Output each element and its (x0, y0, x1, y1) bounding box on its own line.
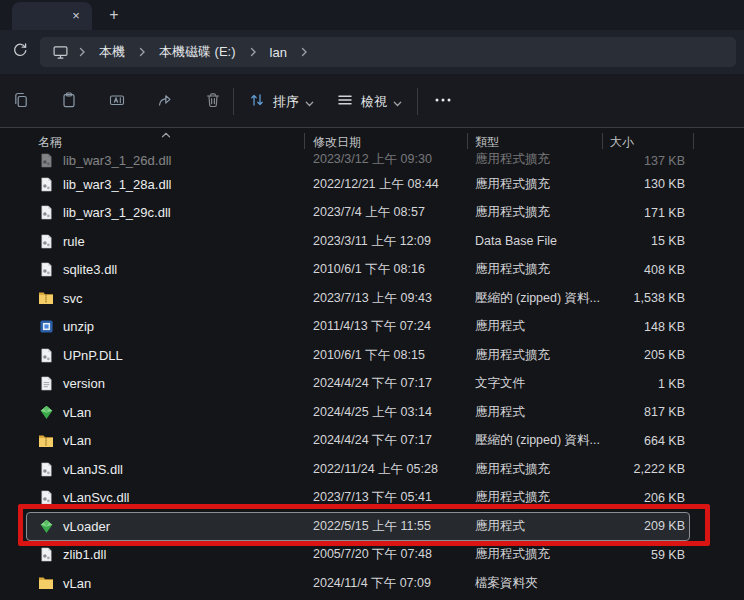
table-row[interactable]: rule 2023/3/11 上午 12:09 Data Base File 1… (0, 227, 744, 256)
file-name-cell: vLanSvc.dll (0, 490, 304, 506)
file-name-cell: vLan (0, 575, 304, 591)
table-row[interactable]: lib_war3_1_26d.dll 2023/3/12 上午 09:30 應用… (0, 152, 744, 170)
table-row[interactable]: vLanSvc.dll 2023/7/13 下午 05:41 應用程式擴充 20… (0, 484, 744, 513)
file-size: 206 KB (602, 491, 693, 505)
more-options-button[interactable] (430, 89, 456, 115)
table-row[interactable]: vLan 2024/4/25 上午 03:14 應用程式 817 KB (0, 398, 744, 427)
table-row[interactable]: version 2024/4/24 下午 07:17 文字文件 1 KB (0, 370, 744, 399)
table-row[interactable]: unzip 2011/4/13 下午 07:24 應用程式 148 KB (0, 313, 744, 342)
file-date-modified: 2022/12/21 上午 08:44 (304, 176, 467, 193)
column-divider[interactable] (693, 133, 694, 149)
table-row[interactable]: zlib1.dll 2005/7/20 下午 07:48 應用程式擴充 59 K… (0, 541, 744, 570)
table-row[interactable]: vLanJS.dll 2022/11/24 上午 05:28 應用程式擴充 2,… (0, 455, 744, 484)
breadcrumb-lan[interactable]: lan (264, 43, 293, 62)
column-divider[interactable] (304, 133, 305, 149)
file-name: UPnP.DLL (63, 348, 123, 363)
trash-icon (204, 91, 222, 113)
share-icon (156, 91, 174, 113)
file-type: 壓縮的 (zipped) 資料... (467, 432, 602, 449)
command-toolbar: 排序 檢視 (0, 74, 744, 128)
file-size: 59 KB (602, 548, 693, 562)
file-size: 664 KB (602, 434, 693, 448)
table-row[interactable]: UPnP.DLL 2010/6/1 下午 08:15 應用程式擴充 205 KB (0, 341, 744, 370)
file-type: 應用程式擴充 (467, 204, 602, 221)
file-name-cell: version (0, 376, 304, 392)
file-name-cell: vLan (0, 433, 304, 449)
sort-ascending-icon (161, 127, 171, 141)
dll-file-icon (38, 347, 54, 363)
file-name: vLanJS.dll (63, 462, 123, 477)
file-date-modified: 2023/7/13 下午 05:41 (304, 489, 467, 506)
file-name: vLan (63, 405, 91, 420)
table-row[interactable]: svc 2023/7/13 上午 09:43 壓縮的 (zipped) 資料..… (0, 284, 744, 313)
file-name: unzip (63, 319, 94, 334)
view-icon (336, 91, 354, 113)
file-name: lib_war3_1_26d.dll (63, 153, 171, 168)
table-row[interactable]: vLoader 2022/5/15 上午 11:55 應用程式 209 KB (0, 512, 744, 541)
file-name-cell: lib_war3_1_26d.dll (0, 152, 304, 170)
copy-button[interactable] (8, 89, 34, 115)
column-header-row: 名稱 修改日期 類型 大小 (0, 130, 744, 152)
file-type: 應用程式 (467, 518, 602, 535)
column-header-type[interactable]: 類型 (475, 134, 499, 151)
file-type: 應用程式擴充 (467, 546, 602, 563)
zip-file-icon (38, 290, 54, 306)
delete-button[interactable] (200, 89, 226, 115)
explorer-tab[interactable]: × (12, 2, 92, 30)
this-pc-icon (52, 44, 69, 60)
file-type: Data Base File (467, 234, 602, 248)
chevron-right-icon (138, 47, 146, 57)
table-row[interactable]: sqlite3.dll 2010/6/1 下午 08:16 應用程式擴充 408… (0, 256, 744, 285)
file-type: 應用程式擴充 (467, 261, 602, 278)
rename-button[interactable] (104, 89, 130, 115)
tab-bar: × + (0, 0, 744, 30)
file-type: 應用程式擴充 (467, 176, 602, 193)
file-date-modified: 2023/3/11 上午 12:09 (304, 233, 467, 250)
share-button[interactable] (152, 89, 178, 115)
file-name: zlib1.dll (63, 547, 106, 562)
view-button[interactable]: 檢視 (336, 89, 402, 115)
breadcrumb-drive-e[interactable]: 本機磁碟 (E:) (153, 41, 242, 63)
sort-button[interactable]: 排序 (248, 89, 314, 115)
file-type: 文字文件 (467, 375, 602, 392)
file-size: 817 KB (602, 405, 693, 419)
column-header-date[interactable]: 修改日期 (313, 134, 361, 151)
file-date-modified: 2022/5/15 上午 11:55 (304, 518, 467, 535)
file-name-cell: vLanJS.dll (0, 461, 304, 477)
address-field[interactable]: 本機 本機磁碟 (E:) lan (40, 37, 736, 67)
column-header-size[interactable]: 大小 (610, 134, 634, 151)
file-date-modified: 2024/4/24 下午 07:17 (304, 375, 467, 392)
column-divider[interactable] (602, 133, 603, 149)
breadcrumb-this-pc[interactable]: 本機 (93, 41, 131, 63)
file-name: vLoader (63, 519, 110, 534)
file-name: vLanSvc.dll (63, 490, 129, 505)
dll-file-icon (38, 490, 54, 506)
file-type: 壓縮的 (zipped) 資料... (467, 290, 602, 307)
folder-file-icon (38, 575, 54, 591)
column-header-name[interactable]: 名稱 (38, 134, 62, 151)
file-type: 應用程式 (467, 318, 602, 335)
table-row[interactable]: vLan 2024/4/24 下午 07:17 壓縮的 (zipped) 資料.… (0, 427, 744, 456)
table-row[interactable]: lib_war3_1_29c.dll 2023/7/4 上午 08:57 應用程… (0, 199, 744, 228)
file-type: 應用程式擴充 (467, 347, 602, 364)
refresh-button[interactable] (6, 41, 34, 63)
new-tab-button[interactable]: + (104, 5, 124, 25)
dll-file-icon (38, 205, 54, 221)
file-size: 130 KB (602, 177, 693, 191)
dll-file-icon (38, 547, 54, 563)
file-type: 應用程式擴充 (467, 152, 602, 170)
file-size: 1,538 KB (602, 291, 693, 305)
table-row[interactable]: vLan 2024/11/4 下午 07:09 檔案資料夾 (0, 569, 744, 598)
file-date-modified: 2023/7/4 上午 08:57 (304, 204, 467, 221)
file-name: rule (63, 234, 85, 249)
file-date-modified: 2023/3/12 上午 09:30 (304, 152, 467, 170)
address-bar: 本機 本機磁碟 (E:) lan (0, 30, 744, 74)
chevron-right-icon (249, 47, 257, 57)
dll-file-icon (38, 152, 54, 168)
column-divider[interactable] (467, 133, 468, 149)
file-size: 2,222 KB (602, 462, 693, 476)
chevron-down-icon (393, 93, 402, 111)
table-row[interactable]: lib_war3_1_28a.dll 2022/12/21 上午 08:44 應… (0, 170, 744, 199)
tab-close-icon[interactable]: × (67, 7, 85, 25)
paste-button[interactable] (56, 89, 82, 115)
